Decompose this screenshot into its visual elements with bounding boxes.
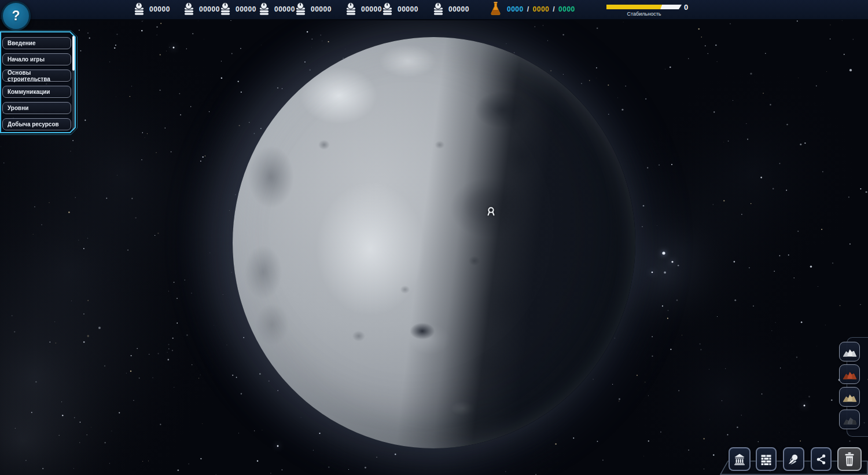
resource-counter: 00000 — [183, 2, 220, 16]
help-button-label: ? — [12, 8, 20, 24]
science-max-value: 0000 — [558, 5, 575, 13]
share-button[interactable] — [811, 447, 832, 471]
resource-counter: 00000 — [345, 2, 382, 16]
tutorial-scrollbar-thumb[interactable] — [72, 36, 75, 71]
menu-item-label: Введение — [8, 40, 35, 46]
resource-value: 00000 — [236, 5, 256, 13]
resource-value: 00000 — [448, 5, 469, 13]
menu-item-label: Основы строительства — [8, 70, 71, 82]
brick-wall-icon — [760, 452, 772, 467]
game-viewport[interactable]: 00000 00000 00000 00000 — [0, 0, 868, 475]
stability-value: 0 — [684, 3, 688, 12]
red-mineral-pile-icon — [842, 368, 858, 381]
resource-counter: 00000 — [258, 2, 295, 16]
tutorial-menu-panel: Введение Начало игры Основы строительств… — [0, 30, 80, 137]
help-button[interactable]: ? — [1, 1, 31, 31]
resource-value: 00000 — [311, 5, 332, 13]
coin-stack-gauge-icon — [219, 2, 231, 16]
coin-stack-gauge-icon — [432, 2, 444, 16]
menu-item-label: Уровни — [8, 105, 28, 111]
sand-mineral-pile-icon — [842, 391, 858, 403]
demolish-button[interactable] — [837, 447, 862, 471]
resource-value: 00000 — [361, 5, 382, 13]
buildings-button[interactable] — [729, 447, 751, 471]
tutorial-menu-item-introduction[interactable]: Введение — [2, 37, 71, 49]
resource-value: 00000 — [274, 5, 295, 13]
menu-item-label: Начало игры — [8, 56, 45, 63]
menu-item-label: Коммуникации — [8, 89, 50, 95]
science-separator: / — [527, 5, 529, 13]
tutorial-menu-item-game-start[interactable]: Начало игры — [2, 53, 71, 65]
coin-stack-gauge-icon — [381, 2, 393, 16]
science-flask-icon — [489, 1, 502, 17]
menu-item-label: Добыча ресурсов — [8, 121, 59, 127]
resource-counter: 00000 — [295, 2, 332, 16]
resource-counter: 00000 — [219, 2, 256, 16]
material-button-red-mineral[interactable] — [839, 364, 860, 384]
science-separator: / — [553, 5, 555, 13]
white-mineral-pile-icon — [842, 346, 858, 358]
resource-value: 00000 — [199, 5, 220, 13]
material-button-dark-ore[interactable] — [839, 410, 860, 429]
coin-stack-gauge-icon — [133, 2, 145, 16]
material-button-white-mineral[interactable] — [839, 342, 860, 361]
trash-icon — [842, 451, 857, 467]
meteor-button[interactable] — [783, 447, 804, 471]
top-resource-bar: 00000 00000 00000 00000 — [0, 0, 868, 20]
stability-indicator: 0 Стабильность — [606, 0, 693, 19]
tutorial-menu-item-resource-mining[interactable]: Добыча ресурсов — [2, 118, 71, 130]
comet-icon — [788, 451, 800, 467]
resource-counter: 00000 — [133, 2, 170, 16]
resource-counter: 00000 — [432, 2, 469, 16]
material-button-sand-mineral[interactable] — [839, 387, 860, 407]
tutorial-menu-item-building-basics[interactable]: Основы строительства — [2, 70, 71, 82]
share-icon — [815, 452, 827, 467]
construction-blocks-button[interactable] — [756, 447, 777, 471]
resource-value: 00000 — [398, 5, 418, 13]
resource-value: 00000 — [149, 5, 170, 13]
science-current-value: 0000 — [507, 5, 524, 13]
moon-planet[interactable] — [233, 37, 635, 448]
stability-label: Стабильность — [606, 11, 682, 17]
tutorial-menu-item-levels[interactable]: Уровни — [2, 102, 71, 114]
tutorial-scrollbar-track[interactable] — [72, 36, 75, 130]
science-counter: 0000 / 0000 / 0000 — [489, 1, 575, 17]
tutorial-menu-item-communications[interactable]: Коммуникации — [2, 86, 71, 98]
location-marker-icon[interactable] — [486, 206, 496, 217]
coin-stack-gauge-icon — [345, 2, 357, 16]
coin-stack-gauge-icon — [183, 2, 195, 16]
stability-bar — [606, 5, 682, 9]
coin-stack-gauge-icon — [295, 2, 307, 16]
dark-ore-rocks-icon — [842, 414, 858, 426]
coin-stack-gauge-icon — [258, 2, 270, 16]
bank-icon — [733, 451, 746, 467]
stability-bar-fill — [606, 5, 662, 9]
resource-counter: 00000 — [381, 2, 418, 16]
science-mid-value: 0000 — [533, 5, 550, 13]
